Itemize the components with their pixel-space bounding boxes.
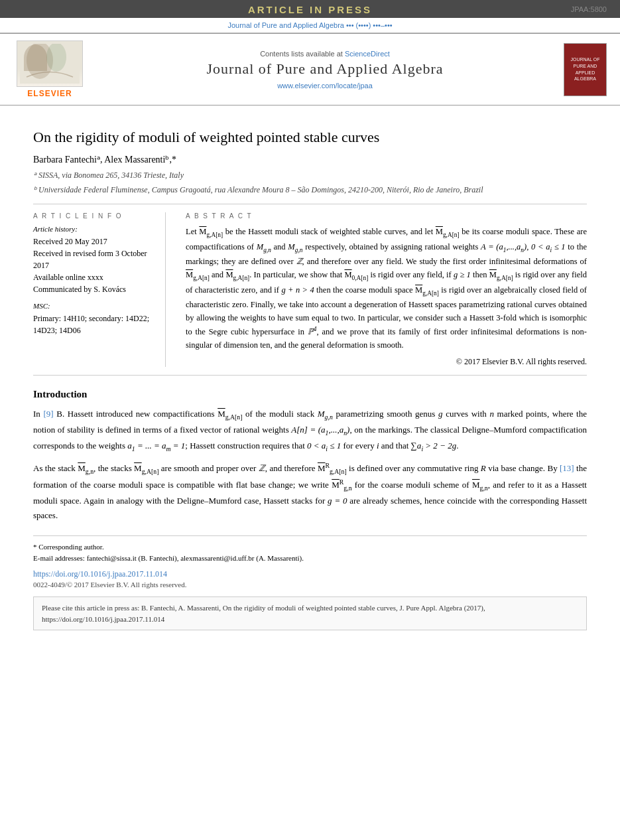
journal-header: ELSEVIER Contents lists available at Sci… [0, 33, 620, 105]
article-info-column: A R T I C L E I N F O Article history: R… [33, 212, 166, 367]
journal-url[interactable]: www.elsevier.com/locate/jpaa [99, 82, 550, 90]
affiliation-b: ᵇ Universidade Federal Fluminense, Campu… [33, 184, 587, 196]
intro-paragraph-1: In [9] B. Hassett introduced new compact… [33, 407, 587, 454]
elsevier-logo-block: ELSEVIER [13, 40, 86, 98]
authors: Barbara Fantechiᵃ, Alex Massarentiᵇ,* [33, 154, 587, 165]
corresponding-author: * Corresponding author. [33, 541, 587, 553]
journal-id: JPAA:5800 [571, 5, 607, 13]
citation-box: Please cite this article in press as: B.… [33, 596, 587, 630]
footnote-section: * Corresponding author. E-mail addresses… [33, 535, 587, 563]
affiliation-a: ᵃ SISSA, via Bonomea 265, 34136 Trieste,… [33, 169, 587, 181]
introduction-title: Introduction [33, 389, 587, 400]
received-date: Received 20 May 2017 [33, 236, 155, 247]
sciencedirect-link[interactable]: ScienceDirect [345, 50, 390, 58]
online-date: Available online xxxx [33, 271, 155, 283]
doi-link[interactable]: https://doi.org/10.1016/j.jpaa.2017.11.0… [33, 569, 167, 579]
msc-title: MSC: [33, 302, 155, 310]
journal-title: Journal of Pure and Applied Algebra [99, 60, 550, 78]
journal-subtitle: Journal of Pure and Applied Algebra ••• … [227, 19, 392, 31]
main-divider [33, 375, 587, 376]
article-title: On the rigidity of moduli of weighted po… [33, 129, 587, 146]
cover-text: JOURNAL OFPURE ANDAPPLIEDALGEBRA [570, 56, 599, 82]
email-addresses: E-mail addresses: fantechi@sissa.it (B. … [33, 553, 587, 564]
issn-line: 0022-4049/© 2017 Elsevier B.V. All right… [33, 581, 187, 589]
abstract-column: A B S T R A C T Let Mg,A[n] be the Hasse… [186, 212, 587, 367]
abstract-text: Let Mg,A[n] be the Hassett moduli stack … [186, 225, 587, 352]
msc-codes: Primary: 14H10; secondary: 14D22; 14D23;… [33, 313, 155, 336]
revised-date: Received in revised form 3 October 2017 [33, 247, 155, 271]
section-divider [33, 204, 587, 204]
elsevier-logo-image [17, 40, 83, 87]
article-info-heading: A R T I C L E I N F O [33, 212, 155, 220]
intro-paragraph-2: As the stack Mg,n, the stacks Mg,A[n] ar… [33, 460, 587, 522]
elsevier-text: ELSEVIER [27, 89, 72, 98]
abstract-heading: A B S T R A C T [186, 212, 587, 220]
history-title: Article history: [33, 225, 155, 233]
contents-line: Contents lists available at ScienceDirec… [99, 50, 550, 58]
article-in-press-banner: ARTICLE IN PRESS [0, 0, 620, 18]
svg-point-2 [46, 44, 66, 72]
communicated-by: Communicated by S. Kovács [33, 283, 155, 295]
journal-cover-image: JOURNAL OFPURE ANDAPPLIEDALGEBRA [564, 43, 607, 96]
copyright: © 2017 Elsevier B.V. All rights reserved… [186, 357, 587, 367]
header-center: Contents lists available at ScienceDirec… [99, 50, 550, 90]
